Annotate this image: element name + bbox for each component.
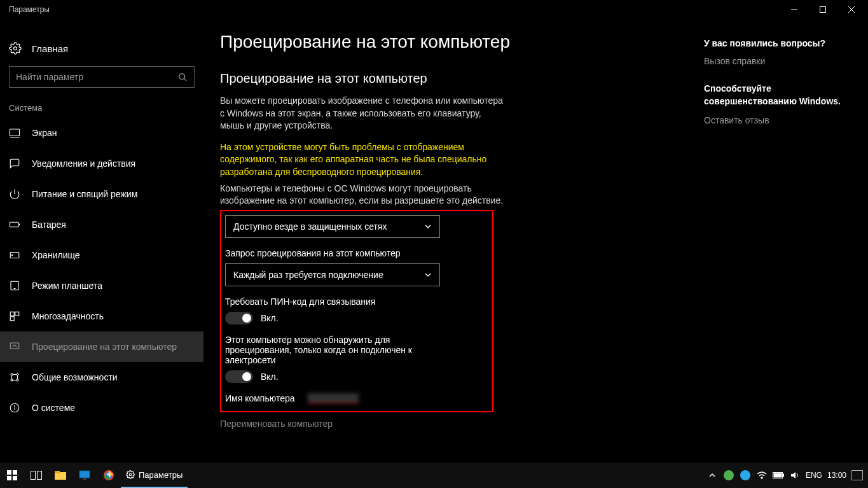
settings-taskbar-button[interactable]: Параметры <box>121 463 188 488</box>
svg-rect-32 <box>13 470 17 475</box>
ask-label: Запрос проецирования на этот компьютер <box>225 248 454 258</box>
wifi-icon <box>757 471 767 479</box>
ask-dropdown[interactable]: Каждый раз требуется подключение <box>225 263 440 286</box>
tray-wifi[interactable] <box>756 470 768 481</box>
telegram-icon <box>740 470 750 480</box>
svg-rect-18 <box>10 317 14 321</box>
window-title: Параметры <box>9 5 780 14</box>
feedback-link[interactable]: Оставить отзыв <box>704 115 855 125</box>
sidebar-item-power[interactable]: Питание и спящий режим <box>0 179 203 209</box>
category-label: Система <box>0 103 203 118</box>
language-indicator[interactable]: ENG <box>806 471 822 480</box>
help-title: У вас появились вопросы? <box>704 38 855 48</box>
sidebar-item-multitasking[interactable]: Многозадачность <box>0 301 203 331</box>
sidebar: Главная Система Экран Уведомления и дейс… <box>0 19 203 463</box>
plugged-label: Этот компьютер можно обнаружить для прое… <box>225 335 454 365</box>
svg-point-13 <box>12 254 13 256</box>
taskview-button[interactable] <box>24 463 48 488</box>
svg-rect-31 <box>7 470 11 475</box>
chrome-icon <box>104 470 114 480</box>
home-label: Главная <box>32 43 68 54</box>
volume-icon <box>790 471 799 480</box>
svg-rect-40 <box>83 478 86 480</box>
chevron-down-icon <box>424 223 432 230</box>
notification-icon <box>851 470 863 480</box>
svg-point-45 <box>761 477 762 478</box>
storage-icon <box>9 249 20 261</box>
svg-point-21 <box>17 373 18 375</box>
pin-toggle[interactable] <box>225 312 253 324</box>
sidebar-item-label: Батарея <box>32 220 66 230</box>
power-icon <box>9 188 20 200</box>
availability-dropdown[interactable]: Доступно везде в защищенных сетях <box>225 215 440 238</box>
sidebar-item-about[interactable]: О системе <box>0 393 203 423</box>
rename-link[interactable]: Переименовать компьютер <box>220 419 671 429</box>
help-link[interactable]: Вызов справки <box>704 56 855 66</box>
sidebar-item-label: Проецирование на этот компьютер <box>32 342 177 352</box>
project-icon <box>9 341 20 352</box>
green-dot-icon <box>724 470 734 480</box>
sidebar-item-notifications[interactable]: Уведомления и действия <box>0 148 203 179</box>
titlebar: Параметры <box>0 0 868 19</box>
taskbar: Параметры ENG 13:00 <box>0 463 868 488</box>
tray-telegram[interactable] <box>740 470 751 481</box>
sidebar-item-battery[interactable]: Батарея <box>0 209 203 240</box>
search-box[interactable] <box>9 66 195 88</box>
pc-name-redacted <box>308 393 359 403</box>
sidebar-item-label: О системе <box>32 403 75 413</box>
sidebar-item-label: Общие возможности <box>32 372 118 382</box>
app-body: Главная Система Экран Уведомления и дейс… <box>0 19 868 463</box>
sidebar-item-label: Многозадачность <box>32 311 104 321</box>
svg-rect-7 <box>10 129 20 136</box>
display-icon <box>9 127 20 139</box>
sidebar-item-label: Уведомления и действия <box>32 158 135 169</box>
sidebar-item-display[interactable]: Экран <box>0 118 203 148</box>
warning-text: На этом устройстве могут быть проблемы с… <box>220 141 506 179</box>
tray-battery[interactable] <box>773 470 784 481</box>
start-button[interactable] <box>0 463 24 488</box>
gear-icon <box>126 470 135 479</box>
right-panel: У вас появились вопросы? Вызов справки С… <box>696 19 868 463</box>
tray-icon-1[interactable] <box>723 470 734 481</box>
svg-rect-48 <box>774 473 782 477</box>
plugged-toggle[interactable] <box>225 370 253 383</box>
chevron-down-icon <box>424 271 432 279</box>
dropdown-value: Каждый раз требуется подключение <box>233 270 424 280</box>
pin-label: Требовать ПИН-код для связывания <box>225 296 454 307</box>
close-button[interactable] <box>837 0 865 19</box>
svg-rect-34 <box>13 476 17 480</box>
clock[interactable]: 13:00 <box>827 471 846 480</box>
svg-rect-19 <box>10 343 19 349</box>
sidebar-item-projecting[interactable]: Проецирование на этот компьютер <box>0 331 203 362</box>
maximize-button[interactable] <box>808 0 837 19</box>
taskbar-app-1[interactable] <box>72 463 97 488</box>
svg-point-4 <box>14 47 17 50</box>
sidebar-item-tablet[interactable]: Режим планшета <box>0 270 203 301</box>
gear-icon <box>9 42 22 55</box>
sidebar-item-storage[interactable]: Хранилище <box>0 240 203 270</box>
chat-icon <box>9 158 20 169</box>
action-center[interactable] <box>851 470 863 481</box>
chevron-up-icon <box>709 472 715 478</box>
tray-volume[interactable] <box>789 470 801 481</box>
svg-rect-39 <box>79 471 90 478</box>
main-content: Проецирование на этот компьютер Проециро… <box>203 19 696 463</box>
minimize-button[interactable] <box>780 0 808 19</box>
explorer-button[interactable] <box>48 463 72 488</box>
sidebar-item-shared[interactable]: Общие возможности <box>0 362 203 393</box>
info-icon <box>9 402 20 414</box>
search-input[interactable] <box>16 72 178 82</box>
svg-rect-38 <box>55 471 60 473</box>
share-icon <box>9 372 20 383</box>
intro-text: Вы можете проецировать изображение с тел… <box>220 95 506 132</box>
sidebar-item-label: Питание и спящий режим <box>32 189 137 199</box>
tray-chevron[interactable] <box>706 470 718 481</box>
home-button[interactable]: Главная <box>0 38 203 66</box>
monitor-icon <box>79 470 90 480</box>
svg-rect-10 <box>10 222 19 227</box>
chrome-button[interactable] <box>97 463 121 488</box>
svg-point-23 <box>17 379 18 381</box>
feedback-title: Способствуйте совершенствованию Windows. <box>704 83 855 108</box>
dropdown-value: Доступно везде в защищенных сетях <box>233 221 424 232</box>
highlight-annotation: Доступно везде в защищенных сетях Запрос… <box>220 210 493 412</box>
